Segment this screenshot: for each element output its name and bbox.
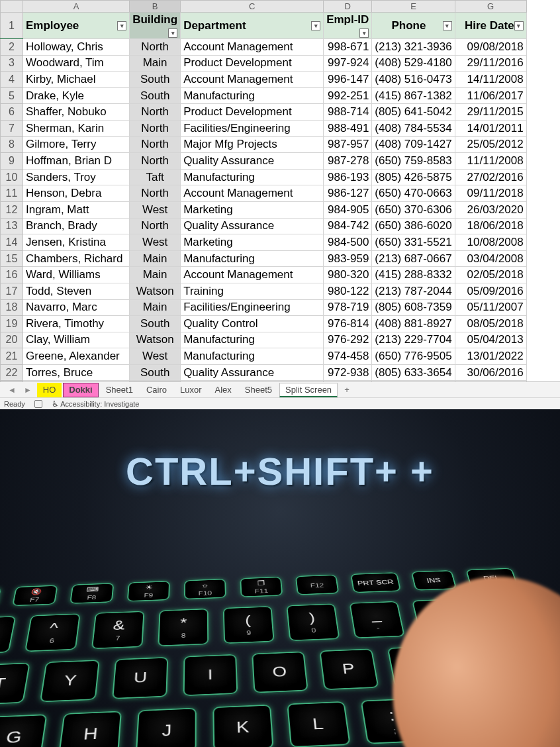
column-header-C[interactable]: C xyxy=(181,1,324,13)
cell[interactable]: Jensen, Kristina xyxy=(23,234,130,251)
cell[interactable]: South xyxy=(130,72,181,88)
cell[interactable]: 992-251 xyxy=(324,87,372,104)
cell[interactable]: Product Development xyxy=(181,55,324,72)
sheet-tab[interactable]: Cairo xyxy=(140,383,173,397)
cell[interactable]: Greene, Alexander xyxy=(23,348,130,365)
cell[interactable]: Gilmore, Terry xyxy=(23,136,130,153)
cell[interactable]: Quality Control xyxy=(181,316,324,332)
filter-dropdown-icon[interactable]: ▾ xyxy=(443,21,452,30)
cell[interactable]: Todd, Steven xyxy=(23,283,130,299)
cell[interactable]: Facilities/Engineering xyxy=(181,299,324,316)
header-cell[interactable]: Department▾ xyxy=(181,13,324,39)
cell[interactable]: Account Management xyxy=(181,39,324,56)
cell[interactable]: Taft xyxy=(130,169,181,185)
cell[interactable]: 27/02/2016 xyxy=(455,169,526,185)
filter-dropdown-icon[interactable]: ▾ xyxy=(514,21,524,30)
cell[interactable]: 08/05/2018 xyxy=(455,316,526,332)
cell[interactable]: South xyxy=(130,87,181,104)
cell[interactable]: Main xyxy=(130,299,181,316)
row-header[interactable]: 19 xyxy=(1,316,23,332)
cell[interactable]: Quality Assurance xyxy=(181,364,324,381)
row-header[interactable]: 21 xyxy=(1,348,23,365)
cell[interactable]: Henson, Debra xyxy=(23,185,130,202)
cell[interactable]: 14/11/2008 xyxy=(455,72,526,88)
cell[interactable]: 18/06/2018 xyxy=(455,218,526,234)
add-sheet-button[interactable]: + xyxy=(340,385,353,395)
cell[interactable]: North xyxy=(130,185,181,202)
cell[interactable]: Clay, William xyxy=(23,332,130,348)
sheet-tab[interactable]: Sheet5 xyxy=(239,383,278,397)
header-cell[interactable]: Hire Date▾ xyxy=(455,13,526,39)
column-header-D[interactable]: D xyxy=(324,1,372,13)
filter-dropdown-icon[interactable]: ▾ xyxy=(311,21,320,30)
cell[interactable]: (408) 784-5534 xyxy=(372,120,455,136)
cell[interactable]: (415) 867-1382 xyxy=(372,87,455,104)
cell[interactable]: 984-742 xyxy=(324,218,372,234)
filter-dropdown-icon[interactable]: ▾ xyxy=(359,28,369,38)
cell[interactable]: 30/06/2016 xyxy=(455,364,526,381)
cell[interactable]: 09/11/2018 xyxy=(455,185,526,202)
sheet-tab[interactable]: Alex xyxy=(209,383,238,397)
cell[interactable]: Training xyxy=(181,283,324,299)
column-header-A[interactable]: A xyxy=(23,1,130,13)
row-header[interactable]: 3 xyxy=(1,55,23,72)
cell[interactable]: South xyxy=(130,316,181,332)
cell[interactable]: Product Development xyxy=(181,104,324,121)
cell[interactable]: (213) 787-2044 xyxy=(372,283,455,299)
row-header[interactable]: 16 xyxy=(1,267,23,283)
cell[interactable]: Rivera, Timothy xyxy=(23,316,130,332)
cell[interactable]: 972-938 xyxy=(324,364,372,381)
row-header[interactable]: 6 xyxy=(1,104,23,121)
cell[interactable]: (650) 331-5521 xyxy=(372,234,455,251)
cell[interactable]: 978-719 xyxy=(324,299,372,316)
cell[interactable]: 980-320 xyxy=(324,267,372,283)
cell[interactable]: (805) 608-7359 xyxy=(372,299,455,316)
cell[interactable]: Account Management xyxy=(181,267,324,283)
cell[interactable]: 05/09/2016 xyxy=(455,283,526,299)
column-header-E[interactable]: E xyxy=(372,1,455,13)
cell[interactable]: 988-491 xyxy=(324,120,372,136)
cell[interactable]: Manufacturing xyxy=(181,87,324,104)
cell[interactable]: Manufacturing xyxy=(181,250,324,267)
cell[interactable]: North xyxy=(130,39,181,56)
cell[interactable]: 13/02/2022 xyxy=(455,381,526,381)
cell[interactable]: Marketing xyxy=(181,201,324,218)
cell[interactable]: 26/03/2020 xyxy=(455,201,526,218)
cell[interactable]: Drake, Kyle xyxy=(23,87,130,104)
row-header[interactable]: 12 xyxy=(1,201,23,218)
cell[interactable]: 974-458 xyxy=(324,348,372,365)
cell[interactable]: North xyxy=(130,153,181,170)
macro-record-icon[interactable] xyxy=(34,400,42,408)
cell[interactable]: Navarro, Marc xyxy=(23,299,130,316)
column-header-B[interactable]: B xyxy=(130,1,181,13)
cell[interactable]: West xyxy=(130,201,181,218)
cell[interactable]: (650) 370-6306 xyxy=(372,201,455,218)
sheet-tab[interactable]: Luxor xyxy=(174,383,208,397)
tab-nav-prev-icon[interactable]: ◄ xyxy=(5,385,19,395)
row-header[interactable]: 18 xyxy=(1,299,23,316)
cell[interactable]: South xyxy=(130,381,181,381)
header-cell[interactable]: Empl-ID▾ xyxy=(324,13,372,39)
cell[interactable]: Kirby, Michael xyxy=(23,72,130,88)
cell[interactable]: Manufacturing xyxy=(181,169,324,185)
cell[interactable]: West xyxy=(130,234,181,251)
row-header[interactable]: 8 xyxy=(1,136,23,153)
row-header[interactable]: 9 xyxy=(1,153,23,170)
cell[interactable]: (805) 633-3654 xyxy=(372,364,455,381)
cell[interactable]: 983-959 xyxy=(324,250,372,267)
cell[interactable]: Account Management xyxy=(181,72,324,88)
cell[interactable]: Ward, Williams xyxy=(23,267,130,283)
cell[interactable]: 976-814 xyxy=(324,316,372,332)
cell[interactable]: Joseph, Christopher xyxy=(23,381,130,381)
header-cell[interactable]: Employee▾ xyxy=(23,13,130,39)
cell[interactable]: Manufacturing xyxy=(181,332,324,348)
row-header[interactable]: 10 xyxy=(1,169,23,185)
cell[interactable]: 25/05/2012 xyxy=(455,136,526,153)
cell[interactable]: Sherman, Karin xyxy=(23,120,130,136)
cell[interactable]: North xyxy=(130,120,181,136)
cell[interactable]: Account Management xyxy=(181,185,324,202)
cell[interactable]: 986-193 xyxy=(324,169,372,185)
row-header[interactable]: 11 xyxy=(1,185,23,202)
cell[interactable]: 987-278 xyxy=(324,153,372,170)
cell[interactable]: Watson xyxy=(130,332,181,348)
